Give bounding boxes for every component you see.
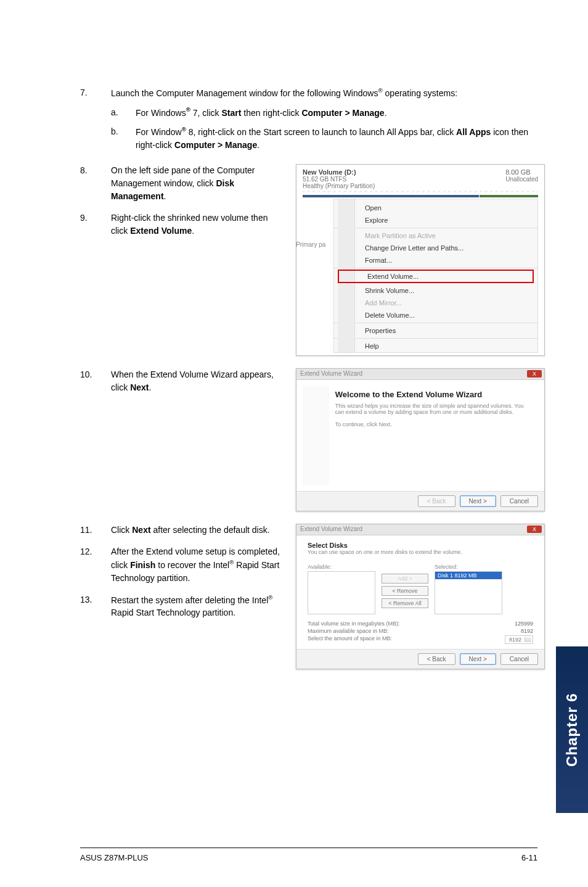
footer-product: ASUS Z87M-PLUS <box>80 853 149 862</box>
step-text: . <box>149 382 151 392</box>
menu-format[interactable]: Format... <box>334 254 537 266</box>
back-button: < Back <box>418 495 455 507</box>
step-text: . <box>192 226 194 236</box>
sidebar-label: Primary pa <box>296 241 325 248</box>
substep-text: . <box>385 107 387 117</box>
wizard-title: Welcome to the Extend Volume Wizard <box>335 390 532 399</box>
substep-bold: All Apps <box>456 127 491 137</box>
menu-add-mirror: Add Mirror... <box>334 297 537 309</box>
max-space-value: 8192 <box>521 628 533 634</box>
select-space-label: Select the amount of space in MB: <box>308 635 392 644</box>
reg-mark: ® <box>268 594 272 601</box>
step-text: after selecting the default disk. <box>151 525 270 535</box>
remove-all-button[interactable]: < Remove All <box>382 598 428 608</box>
step-text: operating systems: <box>383 88 457 98</box>
cancel-button[interactable]: Cancel <box>500 495 538 507</box>
step-number: 8. <box>80 164 111 203</box>
substep-text: 8, right-click on the Start screen to la… <box>186 127 456 137</box>
menu-delete-volume[interactable]: Delete Volume... <box>334 309 537 321</box>
wizard-description: This wizard helps you increase the size … <box>335 403 532 415</box>
step-number: 10. <box>80 368 111 394</box>
step-bold: Next <box>132 525 150 535</box>
step-text: . <box>164 191 166 201</box>
menu-extend-volume[interactable]: Extend Volume... <box>338 270 534 283</box>
substep-text: For Window <box>136 127 182 137</box>
max-space-label: Maximum available space in MB: <box>308 628 389 634</box>
step-number: 9. <box>80 212 111 237</box>
screenshot-wizard-welcome: Extend Volume Wizard X Welcome to the Ex… <box>296 368 545 511</box>
dialog-title: Extend Volume Wizard <box>300 370 362 377</box>
reg-mark: ® <box>186 107 190 113</box>
substep-bold: Computer > Manage <box>301 107 384 117</box>
step-number: 11. <box>80 524 111 537</box>
close-icon[interactable]: X <box>527 370 542 377</box>
chapter-tab: Chapter 6 <box>556 646 588 813</box>
back-button[interactable]: < Back <box>418 653 455 665</box>
substep-letter: a. <box>111 106 136 120</box>
section-subtitle: You can use space on one or more disks t… <box>308 549 533 555</box>
unallocated-size: 8.00 GB <box>505 168 538 176</box>
selected-list[interactable]: Disk 1 8192 MB <box>435 571 502 614</box>
step-number: 12. <box>80 545 111 585</box>
menu-help[interactable]: Help <box>334 340 537 352</box>
add-button: Add > <box>382 574 428 584</box>
menu-explore[interactable]: Explore <box>334 214 537 226</box>
step-text: to recover the Intel <box>155 560 229 570</box>
select-space-input[interactable]: 8192 <box>505 635 533 644</box>
step-text: Click <box>111 525 132 535</box>
substep-text: 7, click <box>190 107 222 117</box>
step-text: Rapid Start Technology partition. <box>111 608 235 617</box>
selected-label: Selected: <box>435 564 502 570</box>
reg-mark: ® <box>378 87 382 94</box>
available-list[interactable] <box>308 571 375 614</box>
step-text: Launch the Computer Management window fo… <box>111 88 378 98</box>
next-button[interactable]: Next > <box>460 495 496 507</box>
section-title: Select Disks <box>308 542 533 549</box>
substep-text: . <box>257 140 259 150</box>
substep-text: then right-click <box>241 107 301 117</box>
wizard-continue: To continue, click Next. <box>335 421 532 427</box>
step-number: 7. <box>80 86 111 155</box>
volume-status: Healthy (Primary Partition) <box>303 183 375 189</box>
menu-mark-active: Mark Partition as Active <box>334 229 537 242</box>
cancel-button[interactable]: Cancel <box>500 653 538 665</box>
dialog-title: Extend Volume Wizard <box>300 526 362 532</box>
step-bold: Extend Volume <box>130 226 192 236</box>
menu-open[interactable]: Open <box>334 202 537 214</box>
total-size-value: 125999 <box>515 621 533 627</box>
unallocated-label: Unallocated <box>505 176 538 183</box>
substep-text: For Windows <box>136 107 186 117</box>
total-size-label: Total volume size in megabytes (MB): <box>308 621 400 627</box>
reg-mark: ® <box>182 126 186 133</box>
volume-size: 51.62 GB NTFS <box>303 176 375 183</box>
step-bold: Finish <box>130 560 155 570</box>
volume-title: New Volume (D:) <box>303 168 375 176</box>
available-label: Available: <box>308 564 375 570</box>
step-number: 13. <box>80 593 111 620</box>
step-bold: Next <box>130 382 149 392</box>
context-menu: Primary pa Open Explore Mark Partition a… <box>333 199 538 353</box>
substep-bold: Start <box>221 107 241 117</box>
selected-disk-row[interactable]: Disk 1 8192 MB <box>435 572 502 579</box>
substep-letter: b. <box>111 125 136 152</box>
remove-button[interactable]: < Remove <box>382 586 428 596</box>
menu-change-drive-letter[interactable]: Change Drive Letter and Paths... <box>334 242 537 254</box>
menu-shrink-volume[interactable]: Shrink Volume... <box>334 284 537 297</box>
next-button[interactable]: Next > <box>460 653 496 665</box>
close-icon[interactable]: X <box>527 526 542 533</box>
screenshot-select-disks: Extend Volume Wizard X Select Disks You … <box>296 524 545 669</box>
footer-page-number: 6-11 <box>521 853 537 862</box>
step-text: Restart the system after deleting the In… <box>111 595 268 604</box>
menu-properties[interactable]: Properties <box>334 324 537 337</box>
substep-bold: Computer > Manage <box>174 140 257 150</box>
screenshot-context-menu: New Volume (D:) 51.62 GB NTFS Healthy (P… <box>296 164 545 356</box>
